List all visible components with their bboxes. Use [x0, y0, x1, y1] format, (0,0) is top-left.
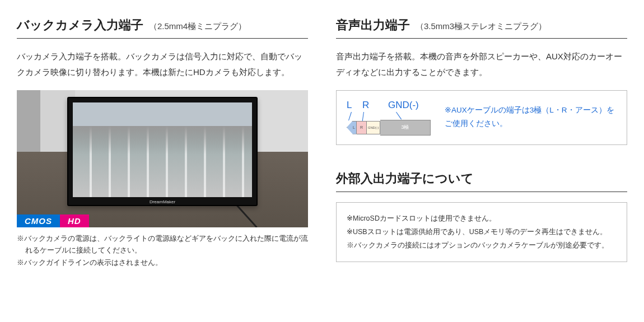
section-title-back-camera: バックカメラ入力端子 （2.5mm4極ミニプラグ） [17, 17, 308, 39]
monitor-screen [73, 102, 252, 197]
section-title-external-io: 外部入出力端子について [336, 170, 627, 192]
plug-ring1: R [357, 121, 367, 134]
title-main: バックカメラ入力端子 [17, 17, 143, 34]
badge-hd: HD [60, 214, 89, 227]
monitor-brand-label: DreamMaker [68, 199, 256, 204]
audio-out-body: 音声出力端子を搭載。本機の音声を外部スピーカーや、AUX対応のカーオーディオなど… [336, 49, 627, 80]
section-title-audio-out: 音声出力端子 （3.5mm3極ステレオミニプラグ） [336, 17, 627, 39]
back-camera-notes: ※バックカメラの電源は、バックライトの電源線などギアをバックに入れた際に電流が流… [17, 233, 308, 270]
plug-label-l: L [347, 100, 359, 111]
aux-cable-note: ※AUXケーブルの端子は3極（L・R・アース）をご使用ください。 [445, 104, 617, 130]
back-camera-body: バッカメラ入力端子を搭載。バックカメラは信号入力に対応で、自動でバックカメラ映像… [17, 49, 308, 80]
dashboard-photo: DreamMaker [17, 90, 308, 227]
plug-sleeve: 3極 [380, 120, 431, 136]
plug-label-gnd: GND(-) [388, 100, 419, 111]
plug-top-labels: L R GND(-) [347, 100, 431, 111]
note-item: ※バックカメラの接続にはオプションのバックカメラケーブルが別途必要です。 [347, 239, 617, 252]
badge-cmos: CMOS [17, 214, 60, 227]
right-column: 音声出力端子 （3.5mm3極ステレオミニプラグ） 音声出力端子を搭載。本機の音… [336, 17, 627, 269]
title-main: 音声出力端子 [336, 17, 410, 34]
note-item: ※バックカメラの電源は、バックライトの電源線などギアをバックに入れた際に電流が流… [17, 233, 308, 258]
note-item: ※USBスロットは電源供給用であり、USBメモリ等のデータ再生はできません。 [347, 225, 617, 239]
plug-ring2: GND(-) [367, 121, 380, 134]
plug-indicator-lines [347, 112, 431, 121]
note-item: ※バックガイドラインの表示はされません。 [17, 257, 308, 269]
plug-label-r: R [362, 100, 374, 111]
aux-plug-diagram: L R GND(-) L R GND(-) 3極 ※AUXケーブルの端子は3極（… [336, 90, 627, 145]
note-item: ※MicroSDカードスロットは使用できません。 [347, 212, 617, 225]
external-io-info-box: ※MicroSDカードスロットは使用できません。 ※USBスロットは電源供給用で… [336, 202, 627, 262]
plug-body-icon: L R GND(-) 3極 [347, 121, 431, 134]
plug-tip: L [347, 121, 357, 134]
title-main: 外部入出力端子について [336, 170, 474, 187]
title-sub: （3.5mm3極ステレオミニプラグ） [416, 21, 547, 32]
monitor-device: DreamMaker [67, 97, 258, 206]
photo-wrap: DreamMaker CMOS HD [17, 90, 308, 227]
back-camera-section: バックカメラ入力端子 （2.5mm4極ミニプラグ） バッカメラ入力端子を搭載。バ… [17, 17, 308, 269]
plug-illustration: L R GND(-) L R GND(-) 3極 [347, 100, 431, 134]
title-sub: （2.5mm4極ミニプラグ） [149, 21, 246, 32]
badges: CMOS HD [17, 214, 89, 227]
